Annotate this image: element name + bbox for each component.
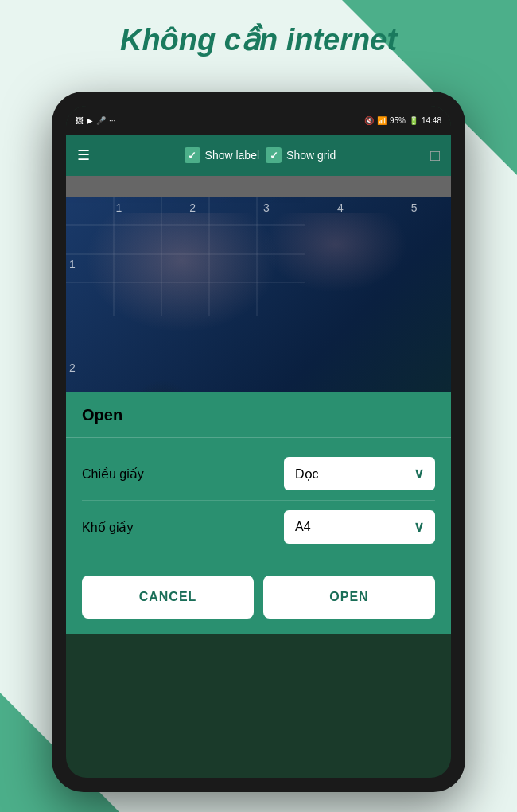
paper-direction-chevron-down-icon: ∨ xyxy=(414,465,424,482)
show-label-text: Show label xyxy=(205,149,260,162)
paper-size-value: A4 xyxy=(295,520,311,534)
status-time: 14:48 xyxy=(422,116,441,125)
paper-size-chevron-down-icon: ∨ xyxy=(414,518,424,536)
toolbar-checkboxes: ✓ Show label ✓ Show grid xyxy=(103,147,418,163)
hamburger-icon[interactable]: ☰ xyxy=(77,146,90,164)
status-battery-percent: 95% xyxy=(390,116,406,125)
phone-screen: 🖼 ▶ 🎤 ··· 🔇 📶 95% 🔋 14:48 ☰ ✓ xyxy=(66,106,451,778)
paper-size-label: Khổ giấy xyxy=(82,520,133,535)
paper-direction-value: Dọc xyxy=(295,467,319,482)
status-bar: 🖼 ▶ 🎤 ··· 🔇 📶 95% 🔋 14:48 xyxy=(66,106,451,135)
gray-bar xyxy=(66,176,451,197)
status-signal-icon: 📶 xyxy=(377,116,387,125)
dialog-actions: CANCEL OPEN xyxy=(66,563,451,634)
image-content: 1 2 3 4 5 1 2 5 Open xyxy=(66,197,451,634)
status-right-area: 🔇 📶 95% 🔋 14:48 xyxy=(364,116,441,125)
page-title: Không cần internet xyxy=(0,22,517,57)
status-left-icons: 🖼 ▶ 🎤 ··· xyxy=(76,116,115,125)
paper-size-row: Khổ giấy A4 ∨ xyxy=(82,501,435,553)
paper-direction-dropdown[interactable]: Dọc ∨ xyxy=(284,457,435,490)
status-dots-icon: ··· xyxy=(109,116,115,125)
dialog-title: Open xyxy=(82,406,122,424)
dialog-header: Open xyxy=(66,392,451,438)
checkmark-grid-icon: ✓ xyxy=(270,150,278,162)
show-label-checkbox-box: ✓ xyxy=(185,147,200,163)
open-button[interactable]: OPEN xyxy=(263,576,435,619)
show-grid-checkbox-box: ✓ xyxy=(266,147,282,163)
app-toolbar: ☰ ✓ Show label ✓ Show grid □ xyxy=(66,135,451,176)
status-mute-icon: 🔇 xyxy=(364,116,374,125)
dialog-body: Chiều giấy Dọc ∨ Khổ giấy A4 ∨ xyxy=(66,438,451,563)
status-battery-icon: 🔋 xyxy=(409,116,418,125)
show-grid-checkbox[interactable]: ✓ Show grid xyxy=(266,147,336,163)
show-grid-text: Show grid xyxy=(286,149,336,162)
paper-size-dropdown[interactable]: A4 ∨ xyxy=(284,510,435,544)
cancel-button[interactable]: CANCEL xyxy=(82,576,254,619)
status-play-icon: ▶ xyxy=(87,116,93,125)
status-image-icon: 🖼 xyxy=(76,116,84,125)
paper-direction-row: Chiều giấy Dọc ∨ xyxy=(82,447,435,501)
status-mic-icon: 🎤 xyxy=(96,116,106,125)
show-label-checkbox[interactable]: ✓ Show label xyxy=(185,147,260,163)
open-dialog: Open Chiều giấy Dọc ∨ Khổ giấy xyxy=(66,392,451,634)
paper-direction-label: Chiều giấy xyxy=(82,467,144,482)
phone-frame: 🖼 ▶ 🎤 ··· 🔇 📶 95% 🔋 14:48 ☰ ✓ xyxy=(52,92,465,792)
folder-icon[interactable]: □ xyxy=(430,146,440,165)
checkmark-icon: ✓ xyxy=(188,150,196,162)
